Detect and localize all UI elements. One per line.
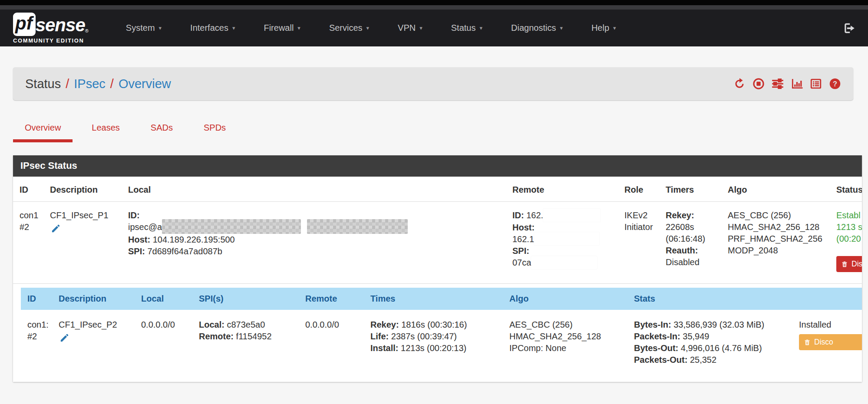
cell-local: 0.0.0.0/0 [141, 310, 199, 374]
col-header-status: Status [836, 177, 862, 201]
tab-leases[interactable]: Leases [80, 118, 132, 142]
nav-item-label: Diagnostics [511, 23, 556, 33]
page-toolbar: ? [733, 78, 841, 90]
navbar: pf sense ® COMMUNITY EDITION System ▾ In… [0, 10, 868, 46]
disconnect-child-button[interactable]: Disco [799, 334, 862, 350]
nav-item-diagnostics[interactable]: Diagnostics ▾ [511, 23, 563, 33]
pfsense-ipsec-status-page: pf sense ® COMMUNITY EDITION System ▾ In… [0, 0, 868, 404]
tab-overview[interactable]: Overview [13, 118, 73, 142]
sliders-icon[interactable] [772, 78, 784, 90]
col-header-remote: Remote [305, 288, 370, 310]
disconnect-button[interactable]: Dis [836, 256, 862, 272]
refresh-icon[interactable] [733, 78, 746, 90]
nav-item-label: Help [591, 23, 609, 33]
list-icon[interactable] [810, 78, 822, 90]
redaction-box [531, 256, 597, 269]
cell-remote: 0.0.0.0/0 [305, 310, 370, 374]
col-header-description: Description [59, 288, 141, 310]
cell-role: IKEv2 Initiator [624, 202, 666, 283]
p2-table-header: ID Description Local SPI(s) Remote Times… [21, 288, 862, 310]
col-header-stats: Stats [634, 288, 799, 310]
ipsec-status-panel: IPsec Status ID Description Local Remote… [13, 155, 862, 382]
breadcrumb-separator: / [66, 77, 69, 91]
nav-item-help[interactable]: Help ▾ [591, 23, 616, 33]
pfsense-logo[interactable]: pf sense ® COMMUNITY EDITION [13, 13, 89, 44]
col-header-remote: Remote [512, 177, 624, 201]
col-header-id: ID [20, 177, 50, 201]
p1-table-header: ID Description Local Remote Role Timers … [13, 177, 862, 202]
nav-item-label: Services [329, 23, 363, 33]
cell-remote: ID: 162. Host: 162.1 SPI: 07ca [512, 202, 624, 283]
col-header-timers: Timers [666, 177, 728, 201]
chevron-down-icon: ▾ [613, 25, 616, 31]
chevron-down-icon: ▾ [297, 25, 300, 31]
col-header-times: Times [370, 288, 509, 310]
chevron-down-icon: ▾ [419, 25, 422, 31]
redaction-mosaic [307, 219, 408, 234]
col-header-algo: Algo [728, 177, 836, 201]
breadcrumb-link-overview[interactable]: Overview [119, 77, 171, 91]
tab-bar: Overview Leases SADs SPDs [13, 118, 868, 142]
logo-edition: COMMUNITY EDITION [13, 37, 89, 44]
col-header-local: Local [141, 288, 199, 310]
cell-algo: AES_CBC (256) HMAC_SHA2_256_128 IPComp: … [509, 310, 634, 374]
pencil-icon[interactable] [59, 333, 69, 343]
logo-sense: sense [36, 15, 85, 36]
nav-item-label: VPN [398, 23, 416, 33]
col-header-id: ID [21, 288, 59, 310]
cell-times: Rekey: 1816s (00:30:16) Life: 2387s (00:… [370, 310, 509, 374]
trash-icon [804, 338, 811, 346]
cell-description: CF1_IPsec_P2 [59, 310, 141, 374]
logo-pf: pf [13, 13, 36, 36]
col-header-spis: SPI(s) [199, 288, 305, 310]
cell-stats: Bytes-In: 33,586,939 (32.03 MiB) Packets… [634, 310, 799, 374]
col-header-local: Local [128, 177, 512, 201]
cell-local: ID: ipsec@a Host: 104.189.226.195:500 SP… [128, 202, 512, 283]
cell-id: con1 #2 [20, 202, 50, 283]
window-strip [0, 5, 868, 10]
nav-item-services[interactable]: Services ▾ [329, 23, 369, 33]
nav-item-vpn[interactable]: VPN ▾ [398, 23, 422, 33]
redaction-box [543, 209, 601, 222]
redaction-box [534, 232, 599, 245]
nav-item-interfaces[interactable]: Interfaces ▾ [190, 23, 235, 33]
breadcrumb-separator: / [110, 77, 114, 91]
cell-algo: AES_CBC (256) HMAC_SHA2_256_128 PRF_HMAC… [728, 202, 836, 283]
breadcrumb: Status / IPsec / Overview [25, 77, 171, 91]
svg-text:?: ? [833, 80, 837, 88]
nav-item-system[interactable]: System ▾ [126, 23, 162, 33]
breadcrumb-panel: Status / IPsec / Overview ? [13, 67, 853, 100]
chevron-down-icon: ▾ [159, 25, 162, 31]
cell-status: Installed Disco [799, 310, 862, 374]
tab-spds[interactable]: SPDs [192, 118, 238, 142]
window-top-bar [0, 0, 868, 5]
stop-icon[interactable] [752, 78, 765, 90]
nav-item-status[interactable]: Status ▾ [451, 23, 482, 33]
pencil-icon[interactable] [51, 223, 61, 233]
nav-item-firewall[interactable]: Firewall ▾ [264, 23, 300, 33]
nav-item-label: Firewall [264, 23, 294, 33]
chevron-down-icon: ▾ [366, 25, 370, 31]
breadcrumb-link-ipsec[interactable]: IPsec [74, 77, 106, 91]
chevron-down-icon: ▾ [479, 25, 482, 31]
status-text: Installed [799, 319, 862, 331]
chevron-down-icon: ▾ [232, 25, 235, 31]
col-header-actions [799, 288, 862, 310]
sign-out-icon[interactable] [842, 22, 855, 35]
col-header-role: Role [624, 177, 666, 201]
cell-spis: Local: c873e5a0 Remote: f1154952 [199, 310, 305, 374]
logo-registered-mark: ® [85, 28, 89, 36]
cell-description: CF1_IPsec_P1 [50, 202, 128, 283]
help-icon[interactable]: ? [829, 78, 841, 90]
bar-chart-icon[interactable] [791, 78, 803, 90]
breadcrumb-root: Status [25, 77, 61, 91]
cell-status: Establ 1213 s (00:20 Dis [836, 202, 862, 283]
cell-timers: Rekey: 22608s (06:16:48) Reauth: Disable… [666, 202, 728, 283]
nav-item-label: System [126, 23, 155, 33]
col-header-algo: Algo [509, 288, 634, 310]
nav-item-label: Interfaces [190, 23, 228, 33]
tab-sads[interactable]: SADs [139, 118, 185, 142]
panel-title: IPsec Status [13, 155, 862, 177]
nav-menu: System ▾ Interfaces ▾ Firewall ▾ Service… [126, 23, 616, 33]
table-row: con1: #2 CF1_IPsec_P2 0.0.0.0/0 Local: c… [21, 310, 862, 374]
